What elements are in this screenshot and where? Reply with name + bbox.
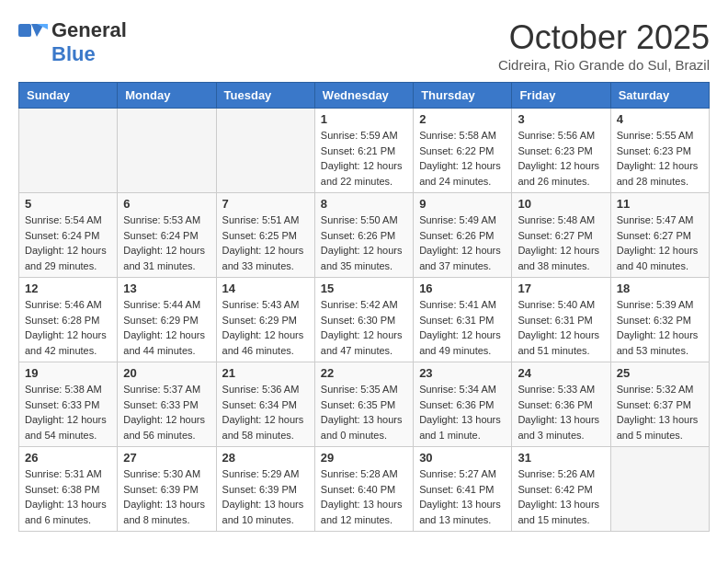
calendar-cell: 24Sunrise: 5:33 AMSunset: 6:36 PMDayligh…: [512, 362, 610, 447]
day-number: 13: [123, 282, 210, 295]
calendar-cell: 19Sunrise: 5:38 AMSunset: 6:33 PMDayligh…: [19, 362, 118, 447]
calendar-cell: 30Sunrise: 5:27 AMSunset: 6:41 PMDayligh…: [414, 447, 512, 532]
day-info: Sunrise: 5:59 AMSunset: 6:21 PMDaylight:…: [321, 128, 407, 189]
day-number: 8: [321, 197, 407, 211]
day-info: Sunrise: 5:35 AMSunset: 6:35 PMDaylight:…: [321, 382, 407, 442]
calendar-week-row: 19Sunrise: 5:38 AMSunset: 6:33 PMDayligh…: [19, 362, 710, 447]
day-info: Sunrise: 5:40 AMSunset: 6:31 PMDaylight:…: [518, 297, 604, 358]
day-info: Sunrise: 5:56 AMSunset: 6:23 PMDaylight:…: [518, 128, 604, 189]
day-number: 12: [25, 282, 111, 295]
day-number: 28: [222, 451, 309, 465]
title-section: October 2025 Cidreira, Rio Grande do Sul…: [498, 18, 710, 73]
calendar-header-saturday: Saturday: [610, 83, 709, 109]
day-number: 11: [617, 197, 703, 211]
day-info: Sunrise: 5:41 AMSunset: 6:31 PMDaylight:…: [419, 297, 506, 358]
calendar-cell: 28Sunrise: 5:29 AMSunset: 6:39 PMDayligh…: [216, 447, 314, 532]
day-number: 14: [222, 282, 309, 295]
calendar-header-sunday: Sunday: [19, 83, 118, 109]
calendar-cell: 21Sunrise: 5:36 AMSunset: 6:34 PMDayligh…: [216, 362, 314, 447]
calendar-cell: [118, 109, 216, 193]
day-number: 31: [518, 451, 604, 465]
calendar-header-monday: Monday: [118, 83, 216, 109]
calendar-cell: 16Sunrise: 5:41 AMSunset: 6:31 PMDayligh…: [414, 278, 512, 362]
logo-blue-text: Blue: [51, 42, 96, 66]
calendar-cell: 4Sunrise: 5:55 AMSunset: 6:23 PMDaylight…: [610, 109, 709, 193]
calendar-header-thursday: Thursday: [414, 83, 512, 109]
calendar-header-row: SundayMondayTuesdayWednesdayThursdayFrid…: [19, 83, 710, 109]
day-info: Sunrise: 5:53 AMSunset: 6:24 PMDaylight:…: [123, 213, 210, 273]
day-info: Sunrise: 5:33 AMSunset: 6:36 PMDaylight:…: [518, 382, 604, 442]
calendar-week-row: 12Sunrise: 5:46 AMSunset: 6:28 PMDayligh…: [19, 278, 710, 362]
day-number: 20: [123, 366, 210, 380]
day-info: Sunrise: 5:29 AMSunset: 6:39 PMDaylight:…: [222, 466, 309, 527]
day-info: Sunrise: 5:58 AMSunset: 6:22 PMDaylight:…: [419, 128, 506, 189]
day-number: 18: [617, 282, 703, 295]
calendar-cell: [610, 447, 709, 532]
day-info: Sunrise: 5:49 AMSunset: 6:26 PMDaylight:…: [419, 213, 506, 273]
day-number: 22: [321, 366, 407, 380]
day-info: Sunrise: 5:26 AMSunset: 6:42 PMDaylight:…: [518, 466, 604, 527]
day-number: 2: [419, 112, 506, 126]
day-info: Sunrise: 5:32 AMSunset: 6:37 PMDaylight:…: [617, 382, 703, 442]
day-info: Sunrise: 5:47 AMSunset: 6:27 PMDaylight:…: [617, 213, 703, 273]
day-number: 30: [419, 451, 506, 465]
calendar-cell: 25Sunrise: 5:32 AMSunset: 6:37 PMDayligh…: [610, 362, 709, 447]
calendar-cell: 26Sunrise: 5:31 AMSunset: 6:38 PMDayligh…: [19, 447, 118, 532]
calendar-cell: 17Sunrise: 5:40 AMSunset: 6:31 PMDayligh…: [512, 278, 610, 362]
day-info: Sunrise: 5:48 AMSunset: 6:27 PMDaylight:…: [518, 213, 604, 273]
calendar-cell: 20Sunrise: 5:37 AMSunset: 6:33 PMDayligh…: [118, 362, 216, 447]
day-info: Sunrise: 5:36 AMSunset: 6:34 PMDaylight:…: [222, 382, 309, 442]
calendar-cell: [216, 109, 314, 193]
calendar-cell: 9Sunrise: 5:49 AMSunset: 6:26 PMDaylight…: [414, 193, 512, 278]
day-info: Sunrise: 5:27 AMSunset: 6:41 PMDaylight:…: [419, 466, 506, 527]
day-info: Sunrise: 5:34 AMSunset: 6:36 PMDaylight:…: [419, 382, 506, 442]
day-number: 1: [321, 112, 407, 126]
calendar-cell: 22Sunrise: 5:35 AMSunset: 6:35 PMDayligh…: [314, 362, 413, 447]
calendar-cell: 11Sunrise: 5:47 AMSunset: 6:27 PMDayligh…: [610, 193, 709, 278]
day-info: Sunrise: 5:50 AMSunset: 6:26 PMDaylight:…: [321, 213, 407, 273]
calendar-cell: 31Sunrise: 5:26 AMSunset: 6:42 PMDayligh…: [512, 447, 610, 532]
day-info: Sunrise: 5:54 AMSunset: 6:24 PMDaylight:…: [25, 213, 111, 273]
day-number: 10: [518, 197, 604, 211]
day-info: Sunrise: 5:38 AMSunset: 6:33 PMDaylight:…: [25, 382, 111, 442]
day-number: 29: [321, 451, 407, 465]
calendar-cell: 3Sunrise: 5:56 AMSunset: 6:23 PMDaylight…: [512, 109, 610, 193]
calendar-cell: [19, 109, 118, 193]
day-number: 9: [419, 197, 506, 211]
logo-general-text: General: [51, 18, 127, 42]
calendar-cell: 6Sunrise: 5:53 AMSunset: 6:24 PMDaylight…: [118, 193, 216, 278]
day-info: Sunrise: 5:44 AMSunset: 6:29 PMDaylight:…: [123, 297, 210, 358]
day-number: 23: [419, 366, 506, 380]
day-number: 17: [518, 282, 604, 295]
page-header: General Blue October 2025 Cidreira, Rio …: [18, 18, 710, 73]
calendar-cell: 10Sunrise: 5:48 AMSunset: 6:27 PMDayligh…: [512, 193, 610, 278]
day-number: 26: [25, 451, 111, 465]
calendar-cell: 1Sunrise: 5:59 AMSunset: 6:21 PMDaylight…: [314, 109, 413, 193]
calendar-cell: 23Sunrise: 5:34 AMSunset: 6:36 PMDayligh…: [414, 362, 512, 447]
day-number: 27: [123, 451, 210, 465]
calendar-week-row: 26Sunrise: 5:31 AMSunset: 6:38 PMDayligh…: [19, 447, 710, 532]
calendar-week-row: 5Sunrise: 5:54 AMSunset: 6:24 PMDaylight…: [19, 193, 710, 278]
day-number: 21: [222, 366, 309, 380]
calendar-week-row: 1Sunrise: 5:59 AMSunset: 6:21 PMDaylight…: [19, 109, 710, 193]
calendar-header-friday: Friday: [512, 83, 610, 109]
calendar: SundayMondayTuesdayWednesdayThursdayFrid…: [18, 82, 710, 532]
calendar-cell: 14Sunrise: 5:43 AMSunset: 6:29 PMDayligh…: [216, 278, 314, 362]
calendar-cell: 2Sunrise: 5:58 AMSunset: 6:22 PMDaylight…: [414, 109, 512, 193]
calendar-cell: 7Sunrise: 5:51 AMSunset: 6:25 PMDaylight…: [216, 193, 314, 278]
day-number: 24: [518, 366, 604, 380]
day-number: 6: [123, 197, 210, 211]
day-info: Sunrise: 5:51 AMSunset: 6:25 PMDaylight:…: [222, 213, 309, 273]
day-number: 5: [25, 197, 111, 211]
calendar-cell: 8Sunrise: 5:50 AMSunset: 6:26 PMDaylight…: [314, 193, 413, 278]
logo: General Blue: [18, 18, 127, 66]
day-number: 19: [25, 366, 111, 380]
day-info: Sunrise: 5:43 AMSunset: 6:29 PMDaylight:…: [222, 297, 309, 358]
calendar-cell: 18Sunrise: 5:39 AMSunset: 6:32 PMDayligh…: [610, 278, 709, 362]
day-number: 25: [617, 366, 703, 380]
day-number: 15: [321, 282, 407, 295]
location: Cidreira, Rio Grande do Sul, Brazil: [498, 57, 710, 73]
svg-rect-0: [18, 24, 31, 37]
calendar-cell: 13Sunrise: 5:44 AMSunset: 6:29 PMDayligh…: [118, 278, 216, 362]
day-number: 3: [518, 112, 604, 126]
